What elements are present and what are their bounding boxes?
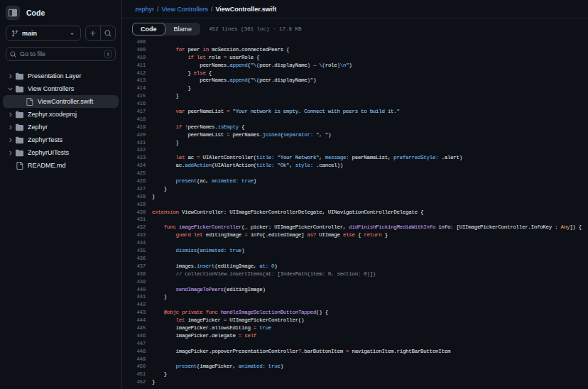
line-number[interactable]: 448 xyxy=(122,348,152,356)
code-line: 433 guard let editingImage = info[.edite… xyxy=(122,231,588,239)
line-number[interactable]: 423 xyxy=(122,154,152,162)
folder-icon xyxy=(14,124,24,131)
line-number[interactable]: 410 xyxy=(122,54,152,62)
code-line: 452} xyxy=(122,378,588,386)
code-line-text: } xyxy=(152,293,167,301)
tab-code[interactable]: Code xyxy=(132,23,165,35)
tree-item-presentation-layer[interactable]: Presentation Layer xyxy=(3,70,119,82)
code-line-text: extension ViewController: UIImagePickerC… xyxy=(152,209,423,217)
line-number[interactable]: 408 xyxy=(122,38,152,46)
line-number[interactable]: 449 xyxy=(122,356,152,363)
code-line-text: } xyxy=(152,193,155,201)
new-file-button[interactable] xyxy=(86,26,100,40)
line-number[interactable]: 444 xyxy=(122,317,152,324)
code-line-text: imagePicker.delegate = self xyxy=(152,332,256,340)
tab-blame[interactable]: Blame xyxy=(165,23,201,35)
line-number[interactable]: 425 xyxy=(122,170,152,177)
line-number[interactable]: 412 xyxy=(122,70,152,77)
code-line-text: present(ac, animated: true) xyxy=(152,177,256,185)
tree-item-readme-md[interactable]: README.md xyxy=(3,159,119,172)
code-line-text: } xyxy=(152,84,191,92)
file-tree: Presentation LayerView ControllersViewCo… xyxy=(0,67,121,175)
line-number[interactable]: 445 xyxy=(122,324,152,332)
code-line: 440 sendImageToPeers(editingImage) xyxy=(122,286,588,294)
file-meta: 452 lines (361 loc) · 17.8 KB xyxy=(209,26,302,32)
collapse-sidebar-button[interactable] xyxy=(6,6,20,20)
code-line: 425 xyxy=(122,170,588,177)
line-number[interactable]: 429 xyxy=(122,201,152,209)
line-number[interactable]: 417 xyxy=(122,108,152,116)
goto-file-input[interactable]: Go to file t xyxy=(6,47,116,61)
line-number[interactable]: 447 xyxy=(122,340,152,348)
line-number[interactable]: 419 xyxy=(122,124,152,131)
line-number[interactable]: 452 xyxy=(122,378,152,386)
line-number[interactable]: 433 xyxy=(122,231,152,239)
line-number[interactable]: 439 xyxy=(122,278,152,286)
line-number[interactable]: 446 xyxy=(122,332,152,340)
breadcrumb-folder-link[interactable]: View Controllers xyxy=(162,6,208,13)
line-number[interactable]: 424 xyxy=(122,162,152,170)
line-number[interactable]: 421 xyxy=(122,139,152,147)
tree-item-zephyr-xcodeproj[interactable]: Zephyr.xcodeproj xyxy=(3,108,119,121)
tree-item-zephyr[interactable]: Zephyr xyxy=(3,121,119,133)
line-number[interactable]: 418 xyxy=(122,116,152,124)
code-line-text: ac.addAction(UIAlertAction(title: "Ok", … xyxy=(152,162,343,170)
folder-icon xyxy=(14,111,24,119)
line-number[interactable]: 426 xyxy=(122,177,152,185)
tree-item-viewcontroller-swift[interactable]: ViewController.swift xyxy=(3,95,119,108)
line-number[interactable]: 428 xyxy=(122,193,152,201)
line-number[interactable]: 411 xyxy=(122,62,152,70)
line-number[interactable]: 434 xyxy=(122,239,152,247)
tree-item-zephyrtests[interactable]: ZephyrTests xyxy=(3,133,119,146)
tree-item-label: Presentation Layer xyxy=(28,72,82,80)
code-line-text: guard let editingImage = info[.editedIma… xyxy=(152,231,388,239)
line-number[interactable]: 431 xyxy=(122,216,152,224)
code-line-text: @objc private func handleImageSelectionB… xyxy=(152,309,328,317)
code-line: 437 images.insert(editingImage, at: 0) xyxy=(122,263,588,270)
line-number[interactable]: 441 xyxy=(122,293,152,301)
line-number[interactable]: 450 xyxy=(122,363,152,371)
tree-item-zephyruitests[interactable]: ZephyrUITests xyxy=(3,146,119,159)
code-line-text: sendImageToPeers(editingImage) xyxy=(152,286,266,294)
line-number[interactable]: 438 xyxy=(122,270,152,278)
line-number[interactable]: 414 xyxy=(122,84,152,92)
line-number[interactable]: 413 xyxy=(122,77,152,84)
file-icon xyxy=(14,162,24,170)
code-line: 411 peerNames.append("\(peer.displayName… xyxy=(122,62,588,70)
code-line: 439 xyxy=(122,278,588,286)
caret-down-icon xyxy=(69,31,75,37)
code-line: 423 let ac = UIAlertController(title: "Y… xyxy=(122,154,588,162)
sidebar-controls: main xyxy=(0,24,121,45)
code-line-text: images.insert(editingImage, at: 0) xyxy=(152,263,277,270)
code-line-text: } xyxy=(152,185,167,193)
branch-selector[interactable]: main xyxy=(6,26,81,41)
search-icon xyxy=(10,51,16,57)
line-number[interactable]: 420 xyxy=(122,131,152,139)
line-number[interactable]: 436 xyxy=(122,255,152,263)
line-number[interactable]: 427 xyxy=(122,185,152,193)
line-number[interactable]: 416 xyxy=(122,100,152,108)
line-number[interactable]: 443 xyxy=(122,309,152,317)
line-number[interactable]: 437 xyxy=(122,263,152,270)
code-line-text: var peerNameList = "Your network is empt… xyxy=(152,108,400,116)
line-number[interactable]: 422 xyxy=(122,146,152,154)
line-number[interactable]: 430 xyxy=(122,209,152,217)
line-number[interactable]: 409 xyxy=(122,46,152,54)
code-line: 412 } else { xyxy=(122,70,588,77)
code-line: 447 xyxy=(122,340,588,348)
code-line-text: dismiss(animated: true) xyxy=(152,247,244,255)
code-line: 431 xyxy=(122,216,588,224)
breadcrumb-repo-link[interactable]: zephyr xyxy=(135,6,154,13)
line-number[interactable]: 435 xyxy=(122,247,152,255)
line-number[interactable]: 451 xyxy=(122,371,152,378)
line-number[interactable]: 442 xyxy=(122,301,152,309)
tree-item-label: ZephyrUITests xyxy=(28,149,69,156)
line-number[interactable]: 432 xyxy=(122,224,152,231)
tree-item-view-controllers[interactable]: View Controllers xyxy=(3,82,119,95)
line-number[interactable]: 415 xyxy=(122,92,152,100)
line-number[interactable]: 440 xyxy=(122,286,152,294)
folder-icon xyxy=(14,149,24,157)
code-line-text: // collectionView.insertItems(at: [Index… xyxy=(152,270,376,278)
search-tree-button[interactable] xyxy=(101,26,115,40)
tree-item-label: View Controllers xyxy=(28,85,74,92)
